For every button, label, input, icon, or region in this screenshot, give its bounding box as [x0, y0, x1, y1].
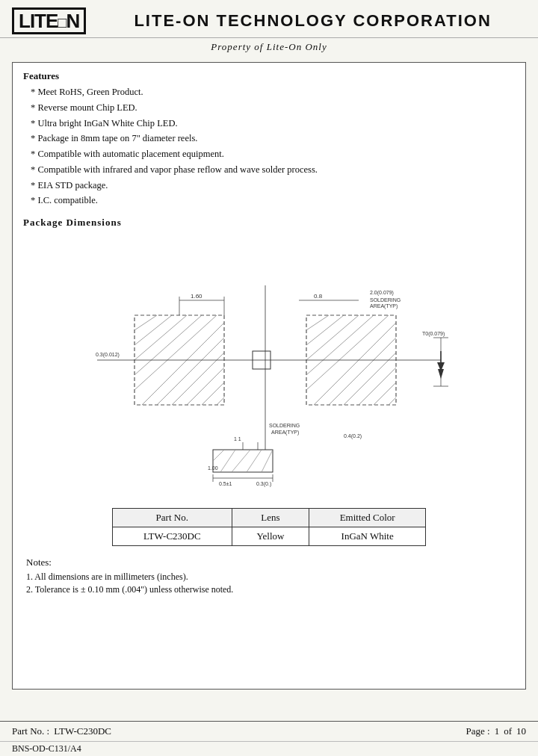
content-box: Features * Meet RoHS, Green Product. * R… [12, 62, 526, 690]
feature-item: * Compatible with automatic placement eq… [31, 147, 515, 161]
svg-line-16 [306, 315, 374, 375]
document-code: BNS-OD-C131/A4 [12, 743, 81, 754]
features-title: Features [23, 70, 515, 82]
feature-item: * Meet RoHS, Green Product. [31, 85, 515, 99]
svg-text:0.3(0.): 0.3(0.) [256, 481, 271, 487]
feature-item: * EIA STD package. [31, 179, 515, 193]
feature-item: * Compatible with infrared and vapor pha… [31, 163, 515, 177]
feature-item: * Package in 8mm tape on 7" diameter ree… [31, 131, 515, 146]
part-table: Part No. Lens Emitted Color LTW-C230DC Y… [112, 508, 426, 546]
svg-text:1.60: 1.60 [191, 293, 202, 300]
svg-line-47 [220, 450, 235, 472]
package-dimensions-title: Package Dimensions [23, 217, 515, 229]
table-header-color: Emitted Color [309, 509, 426, 527]
svg-text:SOLDERING: SOLDERING [370, 297, 401, 303]
svg-line-20 [344, 353, 396, 405]
svg-line-22 [374, 382, 396, 405]
cell-lens: Yellow [232, 527, 309, 546]
svg-line-14 [306, 315, 344, 345]
feature-item: * Reverse mount Chip LED. [31, 101, 515, 115]
svg-text:AREA(TYP): AREA(TYP) [370, 303, 398, 309]
svg-text:AREA(TYP): AREA(TYP) [271, 430, 299, 436]
footer-left: Part No. : LTW-C230DC [12, 725, 111, 737]
of-label: of [504, 725, 512, 737]
main-content: Features * Meet RoHS, Green Product. * R… [0, 58, 538, 721]
part-label: Part No. : [12, 725, 49, 737]
svg-rect-45 [213, 450, 273, 472]
page-wrapper: LITE□N LITE-ON TECHNOLOGY CORPORATION Pr… [0, 0, 538, 756]
svg-line-21 [359, 368, 396, 405]
part-number-footer: LTW-C230DC [54, 725, 111, 737]
cell-color: InGaN White [309, 527, 426, 546]
page-number: 1 [495, 725, 500, 737]
table-row: LTW-C230DC Yellow InGaN White [113, 527, 426, 546]
svg-line-3 [134, 315, 187, 360]
svg-line-18 [314, 323, 396, 405]
footer-right: Page : 1 of 10 [466, 725, 526, 737]
svg-line-13 [306, 315, 329, 330]
svg-text:0.3(0.012): 0.3(0.012) [96, 352, 120, 358]
logo: LITE□N [12, 7, 86, 34]
header: LITE□N LITE-ON TECHNOLOGY CORPORATION [0, 0, 538, 38]
feature-item: * Ultra bright InGaN White Chip LED. [31, 117, 515, 131]
notes-title: Notes: [26, 557, 515, 568]
svg-line-4 [134, 315, 202, 375]
svg-text:SOLDERING: SOLDERING [269, 423, 300, 428]
svg-text:1.00: 1.00 [208, 465, 218, 471]
table-header-lens: Lens [232, 509, 309, 527]
note-item: 1. All dimensions are in millimeters (in… [26, 571, 515, 583]
svg-text:0.5±1: 0.5±1 [219, 481, 232, 486]
svg-text:1 1: 1 1 [234, 436, 241, 441]
features-list: * Meet RoHS, Green Product. * Reverse mo… [23, 85, 515, 208]
svg-line-11 [217, 397, 224, 405]
svg-line-9 [187, 368, 224, 405]
svg-line-17 [306, 315, 389, 390]
note-item: 2. Tolerance is ± 0.10 mm (.004") unless… [26, 584, 515, 595]
svg-text:2.0(0.079): 2.0(0.079) [370, 290, 394, 296]
diagram-area: 1.60 0.8 2.0(0.079) SOLDERING AREA(TYP) … [23, 233, 515, 502]
footer: Part No. : LTW-C230DC Page : 1 of 10 [0, 721, 538, 741]
svg-line-15 [306, 315, 359, 360]
svg-line-6 [142, 323, 224, 405]
table-header-partno: Part No. [113, 509, 232, 527]
cell-partno: LTW-C230DC [113, 527, 232, 546]
svg-line-8 [172, 353, 224, 405]
svg-line-1 [134, 315, 157, 330]
svg-line-49 [247, 450, 262, 472]
feature-item: * I.C. compatible. [31, 193, 515, 208]
notes-section: Notes: 1. All dimensions are in millimet… [23, 557, 515, 595]
bottom-bar: BNS-OD-C131/A4 [0, 741, 538, 756]
svg-line-7 [157, 338, 224, 405]
svg-line-48 [232, 450, 250, 472]
svg-text:T0(0.079): T0(0.079) [422, 331, 445, 337]
svg-line-23 [389, 397, 396, 405]
total-pages: 10 [516, 725, 526, 737]
svg-line-46 [213, 450, 224, 461]
notes-list: 1. All dimensions are in millimeters (in… [26, 571, 515, 595]
subtitle: Property of Lite-On Only [0, 38, 538, 58]
svg-line-5 [134, 315, 217, 390]
svg-text:0.4(0.2): 0.4(0.2) [344, 433, 362, 439]
svg-line-50 [262, 450, 273, 472]
package-diagram: 1.60 0.8 2.0(0.079) SOLDERING AREA(TYP) … [75, 241, 463, 495]
page-label: Page : [466, 725, 490, 737]
svg-text:0.8: 0.8 [314, 293, 323, 300]
svg-line-10 [202, 382, 224, 405]
svg-line-19 [329, 338, 396, 405]
company-title: LITE-ON TECHNOLOGY CORPORATION [99, 11, 526, 31]
svg-line-2 [134, 315, 172, 345]
